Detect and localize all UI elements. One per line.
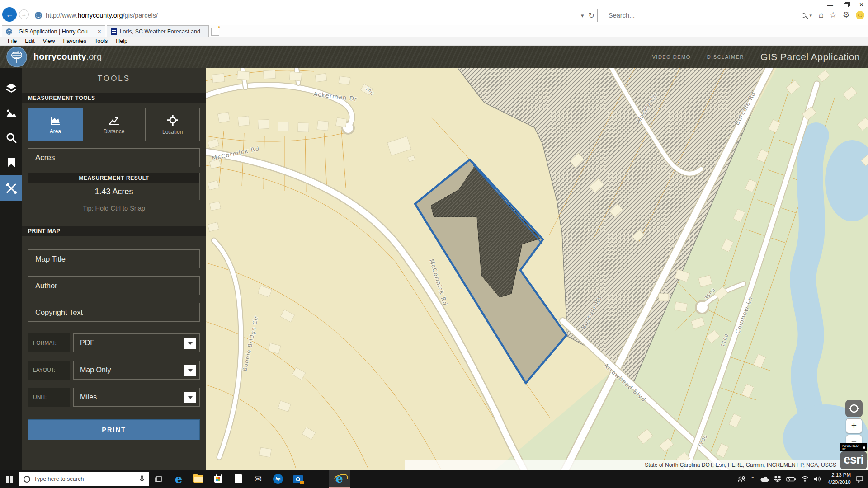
menu-file[interactable]: File bbox=[4, 38, 21, 44]
window-minimize-button[interactable]: — bbox=[827, 2, 833, 9]
distance-tool-button[interactable]: Distance bbox=[87, 108, 142, 141]
tray-expand-icon[interactable]: ⌃ bbox=[750, 476, 755, 482]
desktop-screen: ← → http://www.horrycounty.org/gis/parce… bbox=[0, 0, 868, 488]
taskbar-clock[interactable]: 2:13 PM 4/20/2018 bbox=[828, 472, 851, 486]
measurement-result-value: 1.43 Acres bbox=[28, 183, 199, 200]
mail-icon[interactable]: ✉ bbox=[248, 470, 268, 488]
basemap-mountain-icon[interactable] bbox=[0, 103, 22, 123]
unit-select-arrow-icon[interactable] bbox=[184, 392, 196, 403]
menu-edit[interactable]: Edit bbox=[21, 38, 39, 44]
menu-view[interactable]: View bbox=[39, 38, 59, 44]
measurement-tools-header: MEASUREMENT TOOLS bbox=[22, 93, 206, 103]
horrycounty-logo[interactable] bbox=[6, 47, 27, 67]
document-icon[interactable] bbox=[228, 470, 248, 488]
house-footprint bbox=[212, 74, 225, 83]
back-button[interactable]: ← bbox=[2, 7, 17, 22]
map-title-input[interactable]: Map Title bbox=[28, 249, 200, 268]
house-footprint bbox=[217, 112, 230, 123]
internet-explorer-active-icon[interactable]: e bbox=[329, 470, 350, 488]
main-content: Ackerman DrMcCormick RdMcCormick RdBurca… bbox=[0, 68, 868, 470]
search-input[interactable]: Search... ▾ bbox=[604, 9, 816, 22]
taskbar-search-placeholder: Type here to search bbox=[34, 476, 84, 482]
tools-icon-selected[interactable] bbox=[0, 175, 22, 201]
tab-close-icon[interactable]: × bbox=[98, 28, 101, 35]
search-tool-icon[interactable] bbox=[0, 128, 22, 148]
dropbox-icon[interactable] bbox=[774, 476, 781, 483]
measurement-result-block: MEASUREMENT RESULT 1.43 Acres bbox=[28, 173, 200, 200]
start-button[interactable] bbox=[0, 470, 19, 488]
new-tab-button[interactable] bbox=[211, 28, 219, 36]
format-select-arrow-icon[interactable] bbox=[184, 338, 196, 349]
panel-title: TOOLS bbox=[22, 74, 206, 83]
print-button[interactable]: PRINT bbox=[28, 419, 200, 440]
volume-icon[interactable] bbox=[814, 476, 821, 482]
people-icon[interactable] bbox=[738, 476, 745, 482]
map-canvas[interactable]: Ackerman DrMcCormick RdMcCormick RdBurca… bbox=[206, 68, 868, 470]
tab-bar: GIS Application | Horry Cou... × Loris, … bbox=[0, 25, 868, 37]
house-footprint bbox=[264, 70, 276, 79]
weather-channel-icon bbox=[111, 28, 117, 35]
menu-favorites[interactable]: Favorites bbox=[59, 38, 90, 44]
action-center-icon[interactable] bbox=[856, 476, 863, 483]
area-tool-button[interactable]: Area bbox=[28, 108, 83, 141]
browser-titlebar: ← → http://www.horrycounty.org/gis/parce… bbox=[0, 0, 868, 25]
window-restore-button[interactable] bbox=[844, 3, 849, 7]
browser-menubar: File Edit View Favorites Tools Help bbox=[0, 37, 868, 46]
outlook-icon[interactable]: O bbox=[288, 470, 308, 488]
feedback-smiley-icon[interactable]: ☺ bbox=[856, 11, 864, 19]
layers-icon[interactable] bbox=[0, 79, 22, 99]
app-header: horrycounty.org VIDEO DEMO DISCLAIMER GI… bbox=[0, 46, 868, 68]
house-footprint bbox=[238, 116, 250, 126]
brand-text[interactable]: horrycounty.org bbox=[33, 52, 102, 62]
house-footprint bbox=[289, 72, 302, 81]
bookmark-icon[interactable] bbox=[0, 152, 22, 172]
print-unit-select[interactable]: Miles bbox=[73, 388, 200, 407]
tab-weather[interactable]: Loris, SC Weather Forecast and... bbox=[107, 25, 209, 37]
windows-taskbar: Type here to search e ✉ hp O e ⌃ bbox=[0, 470, 868, 488]
video-demo-link[interactable]: VIDEO DEMO bbox=[652, 54, 691, 60]
tab-favicon bbox=[6, 28, 12, 35]
tab-gis-application[interactable]: GIS Application | Horry Cou... × bbox=[2, 25, 105, 37]
battery-icon[interactable] bbox=[786, 476, 796, 482]
home-icon[interactable]: ⌂ bbox=[819, 10, 824, 20]
menu-tools[interactable]: Tools bbox=[90, 38, 112, 44]
onedrive-icon[interactable] bbox=[760, 476, 769, 482]
layout-select-arrow-icon[interactable] bbox=[184, 365, 196, 376]
taskbar-search-input[interactable]: Type here to search bbox=[19, 472, 149, 486]
disclaimer-link[interactable]: DISCLAIMER bbox=[707, 54, 744, 60]
search-dropdown-icon[interactable]: ▾ bbox=[809, 13, 812, 19]
house-footprint bbox=[659, 294, 669, 301]
search-icon[interactable] bbox=[802, 13, 806, 18]
esri-logo[interactable]: POWERED BY esri bbox=[840, 443, 867, 469]
menu-help[interactable]: Help bbox=[112, 38, 132, 44]
site-favicon bbox=[35, 12, 42, 19]
copyright-input[interactable]: Copyright Text bbox=[28, 303, 200, 322]
compass-reset-button[interactable] bbox=[845, 400, 863, 417]
wifi-icon[interactable] bbox=[801, 476, 809, 482]
url-dropdown-icon[interactable]: ▾ bbox=[581, 12, 584, 19]
search-placeholder: Search... bbox=[609, 12, 635, 19]
microphone-icon[interactable] bbox=[139, 475, 145, 483]
format-label: FORMAT: bbox=[28, 333, 70, 352]
format-select[interactable]: PDF bbox=[73, 333, 200, 352]
forward-button[interactable]: → bbox=[19, 9, 29, 19]
layout-select[interactable]: Map Only bbox=[73, 361, 200, 380]
edge-icon[interactable]: e bbox=[169, 470, 189, 488]
snap-tip: Tip: Hold Ctrl to Snap bbox=[22, 205, 206, 212]
location-tool-button[interactable]: Location bbox=[145, 108, 200, 141]
settings-gear-icon[interactable]: ⚙ bbox=[843, 10, 850, 20]
address-bar[interactable]: http://www.horrycounty.org/gis/parcels/ … bbox=[32, 9, 598, 22]
house-footprint bbox=[278, 122, 289, 131]
favorites-star-icon[interactable]: ☆ bbox=[830, 10, 837, 20]
task-view-icon[interactable] bbox=[149, 470, 169, 488]
refresh-icon[interactable]: ↻ bbox=[589, 11, 594, 20]
tools-panel: TOOLS MEASUREMENT TOOLS Area D bbox=[22, 68, 206, 470]
hp-icon[interactable]: hp bbox=[268, 470, 288, 488]
store-icon[interactable] bbox=[208, 470, 228, 488]
author-input[interactable]: Author bbox=[28, 276, 200, 295]
window-close-button[interactable]: × bbox=[859, 1, 863, 9]
zoom-in-button[interactable]: + bbox=[846, 418, 862, 433]
file-explorer-icon[interactable] bbox=[189, 470, 208, 488]
unit-select[interactable]: Acres bbox=[28, 148, 200, 167]
page-title: GIS Parcel Application bbox=[760, 52, 860, 62]
